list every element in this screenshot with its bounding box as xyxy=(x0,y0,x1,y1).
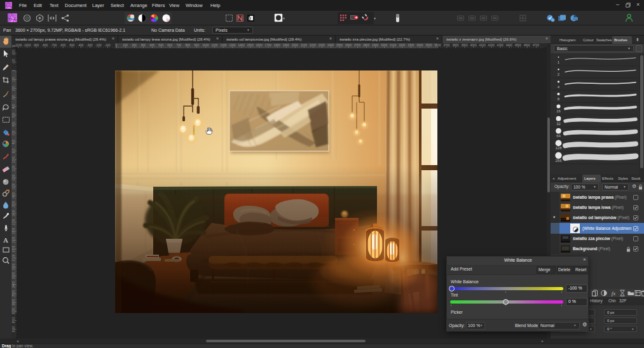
svg-text:1: 1 xyxy=(558,60,560,64)
svg-text:16: 16 xyxy=(556,109,561,113)
svg-text:fx: fx xyxy=(612,290,616,297)
svg-text:32: 32 xyxy=(556,122,561,126)
svg-text:128: 128 xyxy=(555,146,562,150)
svg-text:64: 64 xyxy=(556,134,561,138)
svg-text:2: 2 xyxy=(558,72,560,76)
svg-text:8: 8 xyxy=(558,97,560,101)
svg-text:256: 256 xyxy=(555,159,562,163)
svg-text:4: 4 xyxy=(558,85,560,89)
